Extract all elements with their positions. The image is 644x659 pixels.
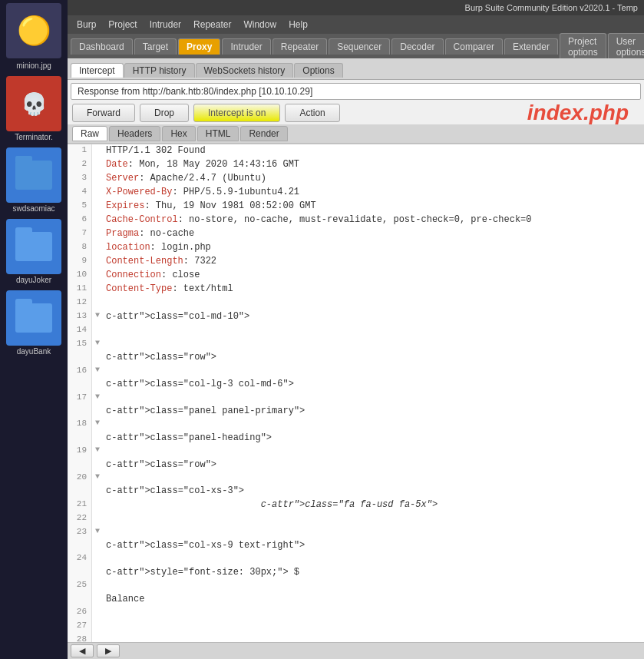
sidebar-label-dayujoker: dayuJoker bbox=[3, 276, 64, 284]
menu-burp[interactable]: Burp bbox=[71, 18, 102, 31]
line-content: c-attr">class="row"> bbox=[103, 445, 216, 472]
nav-back-button[interactable]: ◀ bbox=[71, 644, 94, 657]
code-line: 25 Balance bbox=[68, 579, 644, 606]
line-content bbox=[103, 324, 106, 338]
subtab-http-history[interactable]: HTTP history bbox=[124, 63, 195, 78]
subtab-options[interactable]: Options bbox=[294, 63, 342, 78]
subtab-intercept[interactable]: Intercept bbox=[71, 63, 124, 78]
line-number: 13 bbox=[68, 310, 92, 324]
fold-indicator[interactable]: ▼ bbox=[92, 526, 103, 553]
code-line: 12 bbox=[68, 296, 644, 310]
index-php-label: index.php bbox=[527, 102, 644, 124]
code-line: 21 c-attr">class="fa fa-usd fa-5x"> bbox=[68, 498, 644, 512]
line-content: Date: Mon, 18 May 2020 14:43:16 GMT bbox=[103, 158, 299, 172]
line-number: 2 bbox=[68, 158, 92, 172]
code-area[interactable]: 1HTTP/1.1 302 Found2Date: Mon, 18 May 20… bbox=[68, 144, 644, 642]
line-number: 14 bbox=[68, 324, 92, 338]
line-content: c-attr">style="font-size: 30px;"> $ bbox=[103, 552, 299, 579]
bottom-bar: ◀ ▶ bbox=[68, 642, 644, 659]
line-content: Content-Length: 7322 bbox=[103, 255, 216, 269]
line-number: 21 bbox=[68, 498, 92, 512]
line-number: 19 bbox=[68, 445, 92, 472]
line-content: X-Powered-By: PHP/5.5.9-1ubuntu4.21 bbox=[103, 186, 299, 200]
menu-help[interactable]: Help bbox=[282, 18, 314, 31]
line-number: 3 bbox=[68, 172, 92, 186]
nav-forward-button[interactable]: ▶ bbox=[97, 644, 120, 657]
fold-indicator[interactable]: ▼ bbox=[92, 445, 103, 472]
tab-extender[interactable]: Extender bbox=[504, 38, 558, 55]
line-number: 15 bbox=[68, 338, 92, 365]
line-number: 8 bbox=[68, 241, 92, 255]
tab-repeater[interactable]: Repeater bbox=[272, 38, 327, 55]
fold-indicator[interactable]: ▼ bbox=[92, 365, 103, 392]
intercept-on-button[interactable]: Intercept is on bbox=[193, 104, 280, 122]
line-content: Balance bbox=[103, 579, 261, 606]
nav-tabs: Dashboard Target Proxy Intruder Repeater… bbox=[68, 34, 644, 58]
fold-indicator[interactable]: ▼ bbox=[92, 338, 103, 365]
tab-proxy[interactable]: Proxy bbox=[178, 38, 220, 55]
menu-intruder[interactable]: Intruder bbox=[144, 18, 187, 31]
tab-decoder[interactable]: Decoder bbox=[391, 38, 443, 55]
titlebar-text: Burp Suite Community Edition v2020.1 - T… bbox=[465, 3, 638, 12]
format-tab-raw[interactable]: Raw bbox=[72, 126, 107, 141]
line-content: c-attr">class="fa fa-usd fa-5x"> bbox=[103, 498, 438, 512]
fold-indicator bbox=[92, 552, 103, 579]
line-number: 16 bbox=[68, 365, 92, 392]
line-content: c-attr">class="col-xs-3"> bbox=[103, 472, 244, 498]
line-content: c-attr">class="col-md-10"> bbox=[103, 310, 249, 324]
line-number: 18 bbox=[68, 418, 92, 445]
fold-indicator[interactable]: ▼ bbox=[92, 392, 103, 419]
action-button[interactable]: Action bbox=[285, 104, 339, 122]
sidebar-label-terminator: Terminator. bbox=[3, 133, 64, 141]
code-line: 7Pragma: no-cache bbox=[68, 227, 644, 241]
line-content: c-attr">class="col-xs-9 text-right"> bbox=[103, 526, 305, 553]
format-tab-html[interactable]: HTML bbox=[197, 126, 239, 141]
format-tab-hex[interactable]: Hex bbox=[162, 126, 195, 141]
line-content: Server: Apache/2.4.7 (Ubuntu) bbox=[103, 172, 266, 186]
format-tab-headers[interactable]: Headers bbox=[109, 126, 160, 141]
code-line: 15▼ c-attr">class="row"> bbox=[68, 338, 644, 365]
tab-dashboard[interactable]: Dashboard bbox=[71, 38, 133, 55]
code-line: 6Cache-Control: no-store, no-cache, must… bbox=[68, 214, 644, 227]
drop-button[interactable]: Drop bbox=[140, 104, 189, 122]
sidebar-item-terminator[interactable]: 💀 bbox=[6, 76, 61, 131]
code-line: 3Server: Apache/2.4.7 (Ubuntu) bbox=[68, 172, 644, 186]
action-row: Forward Drop Intercept is on Action inde… bbox=[68, 101, 644, 124]
line-number: 11 bbox=[68, 283, 92, 296]
line-number: 6 bbox=[68, 214, 92, 227]
menu-window[interactable]: Window bbox=[237, 18, 282, 31]
line-number: 7 bbox=[68, 227, 92, 241]
format-tab-render[interactable]: Render bbox=[240, 126, 287, 141]
line-number: 23 bbox=[68, 526, 92, 553]
subtab-websockets-history[interactable]: WebSockets history bbox=[196, 63, 294, 78]
code-line: 18▼ c-attr">class="panel-heading"> bbox=[68, 418, 644, 445]
fold-indicator[interactable]: ▼ bbox=[92, 472, 103, 498]
tab-target[interactable]: Target bbox=[134, 38, 177, 55]
line-content: Connection: close bbox=[103, 269, 200, 283]
fold-indicator[interactable]: ▼ bbox=[92, 418, 103, 445]
format-tabs: Raw Headers Hex HTML Render bbox=[68, 124, 644, 144]
code-line: 1HTTP/1.1 302 Found bbox=[68, 144, 644, 158]
fold-indicator[interactable]: ▼ bbox=[92, 310, 103, 324]
line-number: 28 bbox=[68, 634, 92, 642]
line-content: c-attr">class="row"> bbox=[103, 338, 216, 365]
tab-project-options[interactable]: Project options bbox=[560, 33, 606, 60]
tab-intruder[interactable]: Intruder bbox=[222, 38, 270, 55]
fold-indicator bbox=[92, 144, 103, 158]
tab-sequencer[interactable]: Sequencer bbox=[329, 38, 390, 55]
sidebar-item-swdsaomiac[interactable] bbox=[6, 147, 61, 203]
forward-button[interactable]: Forward bbox=[72, 104, 135, 122]
code-line: 20▼ c-attr">class="col-xs-3"> bbox=[68, 472, 644, 498]
sidebar-label-minion: minion.jpg bbox=[3, 61, 64, 70]
sidebar-item-dayubank[interactable] bbox=[6, 290, 61, 346]
line-content: c-attr">class="panel-heading"> bbox=[103, 418, 272, 445]
sidebar-item-minion[interactable]: 🟡 bbox=[6, 3, 61, 58]
tab-user-options[interactable]: User options bbox=[608, 33, 644, 60]
sidebar-item-dayujoker[interactable] bbox=[6, 219, 61, 274]
menu-project[interactable]: Project bbox=[102, 18, 143, 31]
line-number: 24 bbox=[68, 552, 92, 579]
tab-comparer[interactable]: Comparer bbox=[445, 38, 503, 55]
menu-repeater[interactable]: Repeater bbox=[187, 18, 237, 31]
fold-indicator bbox=[92, 324, 103, 338]
line-number: 5 bbox=[68, 200, 92, 214]
